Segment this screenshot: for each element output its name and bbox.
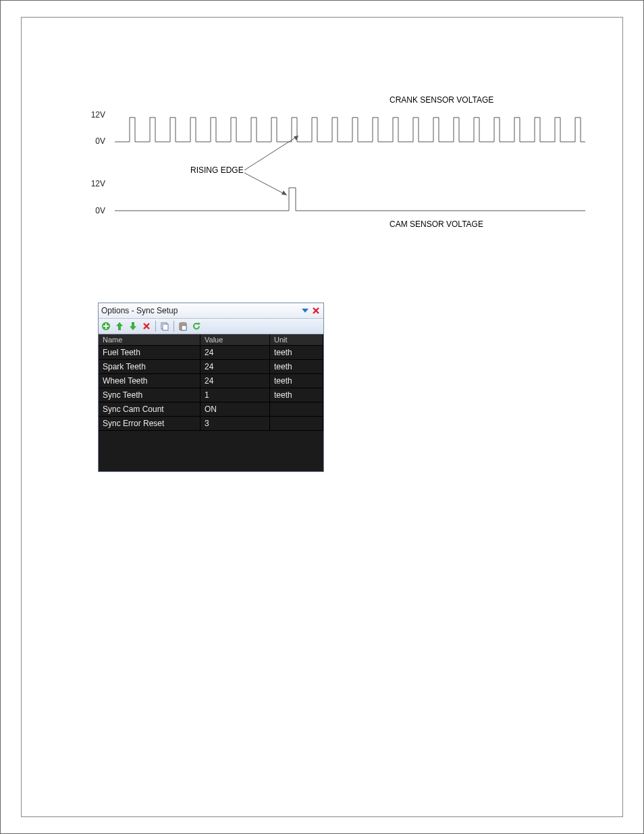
cell-value[interactable]: 24 xyxy=(200,360,270,373)
panel-dropdown-icon[interactable] xyxy=(300,306,310,315)
cam-waveform xyxy=(115,188,585,211)
cell-value[interactable]: 1 xyxy=(200,388,270,402)
toolbar-separator xyxy=(155,321,156,332)
panel-close-icon[interactable] xyxy=(311,306,321,315)
crank-waveform xyxy=(115,118,585,142)
cell-value[interactable]: ON xyxy=(200,402,270,416)
options-grid[interactable]: Name Value Unit Fuel Teeth 24 teeth Spar… xyxy=(99,334,323,471)
cell-unit: teeth xyxy=(270,360,323,373)
delete-icon[interactable] xyxy=(140,320,153,332)
cell-name: Spark Teeth xyxy=(99,360,200,373)
grid-empty-area xyxy=(99,431,323,471)
inner-frame: 12V 0V CRANK SENSOR VOLTAGE RISING EDGE … xyxy=(21,17,623,817)
copy-icon[interactable] xyxy=(159,320,171,332)
cell-unit xyxy=(270,402,323,416)
table-row[interactable]: Sync Teeth 1 teeth xyxy=(99,388,323,402)
table-row[interactable]: Sync Error Reset 3 xyxy=(99,417,323,431)
cell-value[interactable]: 3 xyxy=(200,417,270,430)
cell-unit xyxy=(270,417,323,430)
svg-marker-7 xyxy=(130,322,136,330)
crank-0v-label: 0V xyxy=(95,136,105,146)
table-row[interactable]: Sync Cam Count ON xyxy=(99,402,323,417)
paste-icon[interactable] xyxy=(177,320,189,332)
col-header-name[interactable]: Name xyxy=(99,334,200,345)
cam-0v-label: 0V xyxy=(95,206,105,215)
refresh-icon[interactable] xyxy=(190,320,203,332)
panel-toolbar xyxy=(99,319,323,334)
svg-rect-13 xyxy=(182,322,184,324)
rising-edge-label: RISING EDGE xyxy=(190,165,244,175)
table-row[interactable]: Fuel Teeth 24 teeth xyxy=(99,346,323,360)
timing-svg: 12V 0V CRANK SENSOR VOLTAGE RISING EDGE … xyxy=(82,85,595,240)
page-frame: 12V 0V CRANK SENSOR VOLTAGE RISING EDGE … xyxy=(0,0,644,834)
panel-title: Options - Sync Setup xyxy=(101,306,299,315)
cell-unit: teeth xyxy=(270,374,323,388)
grid-body: Fuel Teeth 24 teeth Spark Teeth 24 teeth… xyxy=(99,346,323,431)
down-arrow-icon[interactable] xyxy=(127,320,139,332)
cam-sensor-label: CAM SENSOR VOLTAGE xyxy=(390,219,483,229)
toolbar-separator-2 xyxy=(173,321,174,332)
cell-name: Wheel Teeth xyxy=(99,374,200,388)
table-row[interactable]: Wheel Teeth 24 teeth xyxy=(99,374,323,388)
svg-marker-15 xyxy=(198,322,200,325)
cell-name: Sync Cam Count xyxy=(99,402,200,416)
options-sync-setup-panel: Options - Sync Setup xyxy=(98,303,324,472)
crank-12v-label: 12V xyxy=(91,110,105,120)
cell-value[interactable]: 24 xyxy=(200,374,270,388)
cell-unit: teeth xyxy=(270,388,323,402)
svg-rect-14 xyxy=(182,325,186,330)
cell-unit: teeth xyxy=(270,346,323,359)
panel-titlebar[interactable]: Options - Sync Setup xyxy=(99,303,323,319)
crank-sensor-label: CRANK SENSOR VOLTAGE xyxy=(390,95,493,105)
up-arrow-icon[interactable] xyxy=(113,320,126,332)
col-header-unit[interactable]: Unit xyxy=(270,334,323,345)
cell-name: Sync Teeth xyxy=(99,388,200,402)
add-icon[interactable] xyxy=(100,320,112,332)
cell-name: Fuel Teeth xyxy=(99,346,200,359)
cell-value[interactable]: 24 xyxy=(200,346,270,359)
grid-header: Name Value Unit xyxy=(99,334,323,346)
cell-name: Sync Error Reset xyxy=(99,417,200,430)
arrow-to-cam xyxy=(244,173,287,195)
svg-marker-0 xyxy=(302,309,308,313)
svg-rect-5 xyxy=(103,325,109,327)
svg-rect-11 xyxy=(163,324,168,330)
timing-diagram: 12V 0V CRANK SENSOR VOLTAGE RISING EDGE … xyxy=(82,85,595,240)
col-header-value[interactable]: Value xyxy=(200,334,270,345)
cam-12v-label: 12V xyxy=(91,179,105,188)
svg-marker-6 xyxy=(116,322,123,330)
table-row[interactable]: Spark Teeth 24 teeth xyxy=(99,360,323,374)
